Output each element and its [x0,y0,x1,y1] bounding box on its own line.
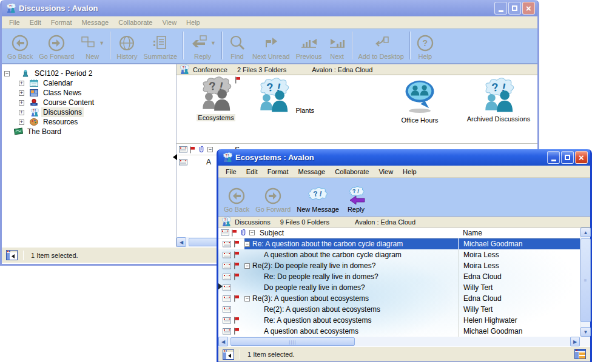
go-back-button[interactable]: Go Back [221,186,252,214]
subject-cell[interactable]: A question about ecosystems [244,326,458,337]
go-back-button[interactable]: Go Back [4,33,36,61]
menu-collaborate[interactable]: Collaborate [330,167,374,177]
close-button[interactable]: × [575,151,588,164]
minimize-button[interactable] [547,151,560,164]
reply-dropdown-icon[interactable]: ▼ [210,40,216,46]
titlebar[interactable]: Ecosystems : Avalon × [218,149,590,166]
subject-cell[interactable]: −Re: A question about the carbon cycle d… [244,238,458,249]
titlebar[interactable]: Discussions : Avalon × [2,0,537,16]
name-cell[interactable]: Michael Goodman [459,238,580,249]
previous-button[interactable]: Previous [293,33,325,61]
tree-item-course-content[interactable]: + Course Content [2,98,176,107]
vertical-scrollbar[interactable]: ▲ ≡ ▼ [580,228,590,337]
subject-cell[interactable]: Re(2): A question about ecosystems [244,304,458,315]
menu-help[interactable]: Help [398,167,422,177]
menu-message[interactable]: Message [294,167,331,177]
scroll-up-icon[interactable]: ▲ [580,228,591,237]
maximize-button[interactable] [561,151,574,164]
subject-cell[interactable]: −Re(2): Do people really live in domes? [244,260,458,271]
menu-help[interactable]: Help [181,18,205,27]
message-row[interactable]: −Re: A question about the carbon cycle d… [218,238,590,249]
name-cell[interactable]: Helen Highwater [459,315,580,326]
reply-button[interactable]: ?! Reply [342,186,370,214]
help-button[interactable]: ? Help [413,33,437,61]
name-cell[interactable]: Moira Less [459,260,580,271]
collapse-all-icon[interactable]: − [249,230,255,235]
subject-cell[interactable]: Do people really live in domes? [244,282,458,293]
tree-item-the-board[interactable]: The Board [2,127,176,136]
horizontal-scrollbar[interactable]: ◀ |||| ▶ [218,337,580,346]
message-row[interactable]: Do people really live in domes?Willy Ter… [218,282,590,293]
expand-box-icon[interactable]: + [19,110,24,115]
maximize-button[interactable] [508,2,521,15]
collapse-box-icon[interactable]: − [207,147,213,152]
expand-box-icon[interactable]: + [19,81,24,86]
history-button[interactable]: History [113,33,140,61]
conference-ecosystems[interactable]: Ecosystems [183,76,249,122]
collapse-box-icon[interactable]: − [244,296,250,302]
next-button[interactable]: Next [325,33,349,61]
collapse-box-icon[interactable]: − [4,71,10,76]
menu-message[interactable]: Message [77,18,114,27]
subject-cell[interactable]: Re: Do people really live in domes? [244,271,458,282]
menu-edit[interactable]: Edit [241,167,263,177]
conference-plants[interactable]: Plants [252,78,318,115]
menu-format[interactable]: Format [263,167,294,177]
message-row[interactable]: A question about the carbon cycle diagra… [218,249,590,260]
collapse-box-icon[interactable]: − [244,241,250,247]
new-message-button[interactable]: ?! New Message [294,186,342,214]
tree-item-resources[interactable]: + Resources [2,117,176,127]
next-unread-button[interactable]: Next Unread [249,33,293,61]
name-cell[interactable]: Michael Goodman [459,326,580,337]
scroll-down-icon[interactable]: ▼ [580,327,591,337]
new-dropdown-icon[interactable]: ▼ [99,40,104,46]
pane-splitter[interactable] [177,143,537,144]
conference-archived-discussions[interactable]: Archived Discussions [459,78,538,123]
panel-toggle-icon[interactable] [223,349,234,360]
subject-cell[interactable]: −Re(3): A question about ecosystems [244,293,458,304]
panel-toggle-icon[interactable] [6,250,18,260]
menu-view[interactable]: View [157,18,181,27]
scroll-left-icon[interactable]: ◀ [177,237,186,247]
split-view-icon[interactable] [574,349,586,359]
summarize-button[interactable]: Summarize [140,33,180,61]
add-to-desktop-button[interactable]: Add to Desktop [355,33,407,61]
message-row[interactable]: −Re(3): A question about ecosystemsEdna … [218,293,590,304]
collapse-box-icon[interactable]: − [244,263,250,269]
scroll-left-icon[interactable]: ◀ [218,337,228,346]
new-button[interactable]: ▼ New [77,33,107,61]
menu-collaborate[interactable]: Collaborate [113,18,157,27]
message-row[interactable]: −Re(2): Do people really live in domes?M… [218,260,590,271]
find-button[interactable]: Find [225,33,249,61]
message-row[interactable]: Re: A question about ecosystemsHelen Hig… [218,315,590,326]
scrollbar-thumb[interactable]: |||| [230,337,355,346]
reply-button[interactable]: ▼ Reply [186,33,219,61]
minimize-button[interactable] [494,2,507,15]
name-column-header[interactable]: Name [463,229,482,237]
menu-view[interactable]: View [374,167,398,177]
go-forward-button[interactable]: Go Forward [252,186,294,214]
close-button[interactable]: × [522,2,535,15]
tree-item-discussions[interactable]: + Discussions [2,107,176,117]
name-cell[interactable]: Willy Tert [459,304,580,315]
menu-file[interactable]: File [4,18,25,27]
name-cell[interactable]: Edna Cloud [459,293,580,304]
scrollbar-thumb[interactable]: ≡ [580,238,591,322]
tree-item-class-news[interactable]: + Class News [2,88,176,98]
subject-column-header[interactable]: Subject [260,229,284,237]
scroll-right-icon[interactable]: ▶ [570,337,580,346]
conference-office-hours[interactable]: Office Hours [386,79,453,124]
name-cell[interactable]: Moira Less [459,249,580,260]
menu-edit[interactable]: Edit [25,18,46,27]
expand-box-icon[interactable]: + [19,120,24,125]
name-cell[interactable]: Edna Cloud [459,271,580,282]
message-row[interactable]: A question about ecosystemsMichael Goodm… [218,326,590,337]
tree-item-calendar[interactable]: + Calendar [2,78,176,88]
expand-box-icon[interactable]: + [19,100,24,106]
name-cell[interactable]: Willy Tert [459,282,580,293]
message-row[interactable]: Re: Do people really live in domes?Edna … [218,271,590,282]
subject-cell[interactable]: A question about the carbon cycle diagra… [244,249,458,260]
go-forward-button[interactable]: Go Forward [36,33,77,61]
expand-box-icon[interactable]: + [19,90,24,96]
message-row[interactable]: Re(2): A question about ecosystemsWilly … [218,304,590,315]
